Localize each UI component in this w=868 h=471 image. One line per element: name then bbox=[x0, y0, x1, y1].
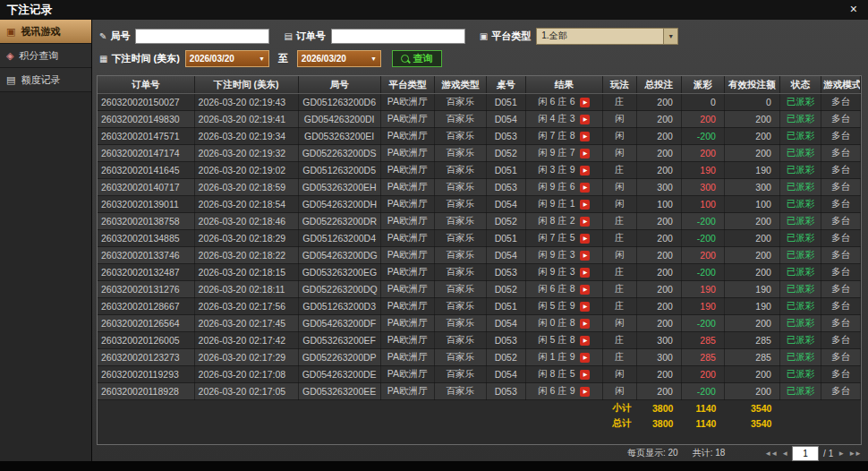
cell-mode: 多台 bbox=[821, 247, 860, 264]
cell-payout: -200 bbox=[681, 264, 724, 281]
cell-status: 已派彩 bbox=[779, 162, 821, 179]
result-text: 闲 7 庄 8 bbox=[538, 130, 574, 142]
replay-video-icon[interactable]: ▶ bbox=[580, 115, 590, 124]
replay-video-icon[interactable]: ▶ bbox=[580, 353, 590, 363]
first-page-icon[interactable]: ◄◄ bbox=[764, 450, 777, 458]
cell-payout: 285 bbox=[681, 349, 724, 366]
replay-video-icon[interactable]: ▶ bbox=[580, 217, 590, 227]
cell-platform: PA欧洲厅 bbox=[380, 111, 434, 128]
order-no-input[interactable] bbox=[331, 29, 465, 44]
cell-play: 闲 bbox=[602, 111, 636, 128]
subtotal-label: 小计 bbox=[602, 400, 636, 416]
cell-platform: PA欧洲厅 bbox=[380, 383, 434, 400]
column-header: 平台类型 bbox=[380, 76, 434, 94]
cell-valid: 200 bbox=[724, 247, 779, 264]
sidebar-item-label: 额度记录 bbox=[21, 73, 60, 87]
cell-game: 百家乐 bbox=[434, 264, 486, 281]
cell-result: 闲 9 庄 3▶ bbox=[525, 264, 602, 281]
round-no-input[interactable] bbox=[135, 29, 269, 44]
replay-video-icon[interactable]: ▶ bbox=[580, 319, 590, 329]
next-page-icon[interactable]: ► bbox=[838, 450, 844, 458]
window-bottom-edge bbox=[0, 461, 868, 471]
cell-game: 百家乐 bbox=[434, 366, 486, 383]
cell-payout: -200 bbox=[681, 230, 724, 247]
replay-video-icon[interactable]: ▶ bbox=[580, 234, 590, 244]
sidebar-item-video-games[interactable]: ▣ 视讯游戏 bbox=[0, 20, 91, 44]
cell-round: GD054263200DI bbox=[298, 111, 380, 128]
result-content: 闲 1 庄 9▶ bbox=[530, 351, 599, 364]
cell-order: 260320020126564 bbox=[98, 315, 194, 332]
page-number-input[interactable] bbox=[792, 446, 819, 461]
cell-table-no: D051 bbox=[486, 94, 525, 111]
date-from-picker[interactable]: 2026/03/20 ▼ bbox=[185, 50, 269, 67]
prev-page-icon[interactable]: ◄ bbox=[781, 450, 787, 458]
result-text: 闲 6 庄 9 bbox=[538, 385, 574, 398]
cell-status: 已派彩 bbox=[779, 383, 821, 400]
cell-table-no: D054 bbox=[486, 247, 525, 264]
cell-round: GD052263200DP bbox=[298, 349, 380, 366]
platform-type-label: 平台类型 bbox=[491, 30, 531, 43]
cell-table-no: D054 bbox=[486, 315, 525, 332]
cell-status: 已派彩 bbox=[779, 332, 821, 349]
cell-mode: 多台 bbox=[821, 230, 860, 247]
cell-play: 庄 bbox=[602, 332, 636, 349]
replay-video-icon[interactable]: ▶ bbox=[580, 200, 590, 210]
cell-play: 庄 bbox=[602, 162, 636, 179]
close-icon[interactable]: × bbox=[850, 2, 857, 16]
cell-payout: 285 bbox=[681, 332, 724, 349]
cell-time: 2026-03-20 02:18:15 bbox=[194, 264, 298, 281]
cell-time: 2026-03-20 02:18:29 bbox=[194, 230, 298, 247]
cell-mode: 多台 bbox=[821, 366, 860, 383]
cell-valid: 300 bbox=[724, 179, 779, 196]
replay-video-icon[interactable]: ▶ bbox=[580, 149, 590, 158]
result-text: 闲 8 庄 2 bbox=[538, 215, 574, 227]
cell-valid: 200 bbox=[724, 128, 779, 145]
cell-status: 已派彩 bbox=[779, 111, 821, 128]
result-content: 闲 7 庄 5▶ bbox=[530, 232, 599, 244]
replay-video-icon[interactable]: ▶ bbox=[580, 370, 590, 380]
column-header: 局号 bbox=[298, 76, 380, 94]
cell-platform: PA欧洲厅 bbox=[380, 366, 434, 383]
table-row: 2603200201286672026-03-20 02:17:56GD0512… bbox=[98, 298, 861, 315]
query-button[interactable]: 查询 bbox=[392, 50, 442, 67]
cell-game: 百家乐 bbox=[434, 111, 486, 128]
cell-valid: 0 bbox=[724, 94, 779, 111]
grand-total-spacer bbox=[98, 415, 602, 431]
cell-bet: 200 bbox=[636, 94, 681, 111]
cell-valid: 200 bbox=[724, 213, 779, 230]
replay-video-icon[interactable]: ▶ bbox=[580, 251, 590, 261]
date-to-picker[interactable]: 2026/03/20 ▼ bbox=[297, 50, 381, 67]
cell-mode: 多台 bbox=[821, 179, 860, 196]
search-icon bbox=[401, 55, 409, 63]
last-page-icon[interactable]: ►► bbox=[848, 450, 861, 458]
cell-play: 庄 bbox=[602, 213, 636, 230]
cell-bet: 200 bbox=[636, 162, 681, 179]
cell-platform: PA欧洲厅 bbox=[380, 315, 434, 332]
sidebar-item-label: 积分查询 bbox=[19, 49, 58, 63]
cell-time: 2026-03-20 02:19:02 bbox=[194, 162, 298, 179]
replay-video-icon[interactable]: ▶ bbox=[580, 166, 590, 176]
replay-video-icon[interactable]: ▶ bbox=[580, 268, 590, 278]
cell-valid: 200 bbox=[724, 145, 779, 162]
cell-status: 已派彩 bbox=[779, 281, 821, 298]
platform-type-select[interactable]: 1.全部 ▼ bbox=[536, 28, 678, 45]
replay-video-icon[interactable]: ▶ bbox=[580, 183, 590, 193]
replay-video-icon[interactable]: ▶ bbox=[580, 132, 590, 141]
subtotal-payout: 1140 bbox=[681, 400, 724, 416]
query-button-label: 查询 bbox=[413, 52, 433, 65]
cell-time: 2026-03-20 02:17:05 bbox=[194, 383, 298, 400]
sidebar-item-points-query[interactable]: ◈ 积分查询 bbox=[0, 44, 91, 68]
replay-video-icon[interactable]: ▶ bbox=[580, 98, 590, 107]
cell-bet: 200 bbox=[636, 383, 681, 400]
sidebar-item-quota-records[interactable]: ▤ 额度记录 bbox=[0, 68, 91, 92]
replay-video-icon[interactable]: ▶ bbox=[580, 336, 590, 346]
cell-payout: -200 bbox=[681, 213, 724, 230]
cell-table-no: D051 bbox=[486, 230, 525, 247]
table-body: 2603200201500272026-03-20 02:19:43GD0512… bbox=[98, 94, 861, 400]
replay-video-icon[interactable]: ▶ bbox=[580, 387, 590, 397]
cell-game: 百家乐 bbox=[434, 230, 486, 247]
replay-video-icon[interactable]: ▶ bbox=[580, 285, 590, 295]
replay-video-icon[interactable]: ▶ bbox=[580, 302, 590, 312]
cell-platform: PA欧洲厅 bbox=[380, 196, 434, 213]
cell-payout: -200 bbox=[681, 315, 724, 332]
